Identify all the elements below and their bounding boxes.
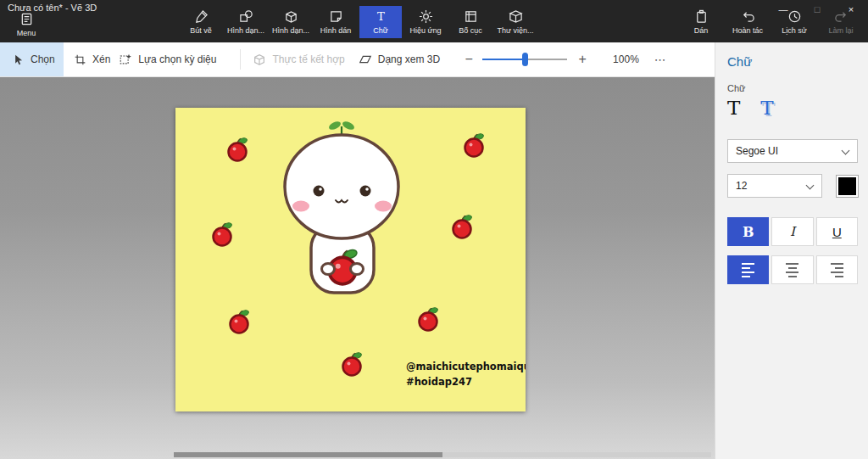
font-family-value: Segoe UI [736, 145, 778, 157]
text-panel: Chữ Chữ T T Segoe UI 12 B I U [715, 42, 868, 459]
chevron-down-icon [806, 182, 815, 190]
crop-button[interactable]: Xén [74, 42, 110, 76]
undo-button[interactable]: Hoàn tác [727, 6, 768, 38]
horizontal-scrollbar[interactable] [174, 452, 711, 457]
text-color-swatch[interactable] [837, 176, 858, 197]
text-3d-icon[interactable]: T [760, 97, 773, 119]
zoom-slider-handle[interactable] [522, 53, 528, 66]
ribbon-divider [240, 49, 241, 70]
zoom-slider[interactable] [482, 52, 567, 67]
bold-button[interactable]: B [727, 217, 769, 246]
menu-button[interactable]: Menu [7, 9, 46, 40]
align-right-icon [831, 263, 843, 277]
text-icon: T [374, 9, 388, 24]
align-center-button[interactable] [771, 255, 813, 284]
history-button[interactable]: Lịch sử [774, 6, 815, 38]
effects-icon [419, 9, 433, 24]
redo-icon [834, 9, 849, 24]
italic-button[interactable]: I [771, 217, 813, 246]
ribbon: Chọn Xén Lựa chọn kỳ diệu [0, 42, 715, 77]
titlebar: Chưa có tên* - Vẽ 3D — □ × Menu Bút vẽ [0, 0, 868, 42]
mixed-reality-icon [253, 53, 266, 66]
menu-icon [19, 12, 34, 26]
zoom-in-button[interactable]: + [576, 52, 589, 67]
font-family-select[interactable]: Segoe UI [727, 139, 858, 163]
shapes-3d-icon [284, 9, 298, 24]
select-button[interactable]: Chọn [0, 42, 64, 76]
header-actions: Dán Hoàn tác Lịch sử [681, 6, 861, 38]
zoom-out-button[interactable]: − [462, 52, 476, 67]
zoom-level-value[interactable]: 100% [613, 53, 639, 65]
chevron-down-icon [842, 147, 850, 155]
font-size-value: 12 [736, 180, 747, 192]
crop-icon [74, 53, 86, 66]
more-options-button[interactable]: ⋯ [654, 53, 668, 66]
align-left-button[interactable] [727, 255, 769, 284]
select-cursor-icon [12, 53, 25, 66]
tab-3d-shapes[interactable]: Hình dạn... [270, 6, 312, 38]
text-type-selector: T T [727, 97, 858, 119]
magic-select-button[interactable]: Lựa chọn kỳ diệu [119, 42, 216, 76]
tab-3d-library[interactable]: Thư viện... [494, 6, 537, 38]
brush-icon [194, 9, 209, 24]
svg-text:T: T [377, 10, 385, 23]
undo-icon [741, 9, 755, 24]
watermark-line2: #hoidap247 [406, 376, 472, 388]
underline-button[interactable]: U [816, 217, 858, 246]
horizontal-scrollbar-thumb[interactable] [174, 452, 442, 457]
library-3d-icon [509, 9, 523, 24]
panel-title: Chữ [727, 54, 858, 69]
tab-brushes[interactable]: Bút vẽ [180, 6, 222, 38]
paste-button[interactable]: Dán [681, 6, 721, 38]
menu-label: Menu [17, 29, 36, 37]
mixed-reality-button[interactable]: Thực tế kết hợp [253, 42, 344, 76]
tab-text[interactable]: T Chữ [359, 6, 402, 38]
format-buttons: B I U [727, 217, 858, 246]
tab-2d-shapes[interactable]: Hình dạn... [225, 6, 267, 38]
tab-effects[interactable]: Hiệu ứng [404, 6, 447, 38]
paste-icon [694, 9, 709, 24]
font-size-select[interactable]: 12 [727, 174, 822, 198]
tab-canvas[interactable]: Bố cục [449, 6, 492, 38]
magic-select-icon [119, 53, 132, 66]
view-3d-button[interactable]: Dạng xem 3D [359, 42, 440, 76]
redo-button[interactable]: Làm lại [821, 6, 861, 38]
history-icon [787, 9, 802, 24]
align-left-icon [742, 263, 754, 277]
watermark-line1: @maichicutephomaique [406, 361, 526, 372]
canvas-artwork[interactable]: @maichicutephomaique #hoidap247 [175, 108, 526, 411]
stickers-icon [329, 9, 343, 24]
paint3d-window: Chưa có tên* - Vẽ 3D — □ × Menu Bút vẽ [0, 0, 868, 459]
font-size-row: 12 [727, 174, 858, 198]
align-center-icon [786, 263, 798, 277]
workspace: @maichicutephomaique #hoidap247 [0, 77, 715, 459]
text-section-label: Chữ [727, 83, 858, 93]
shapes-2d-icon [239, 9, 253, 24]
text-2d-icon[interactable]: T [727, 97, 740, 119]
tool-tabs: Bút vẽ Hình dạn... Hình dạn... [180, 6, 537, 38]
tab-stickers[interactable]: Hình dán [314, 6, 357, 38]
canvas-icon [464, 9, 478, 24]
alignment-buttons [727, 255, 858, 284]
align-right-button[interactable] [816, 255, 858, 284]
view-3d-icon [359, 53, 372, 66]
